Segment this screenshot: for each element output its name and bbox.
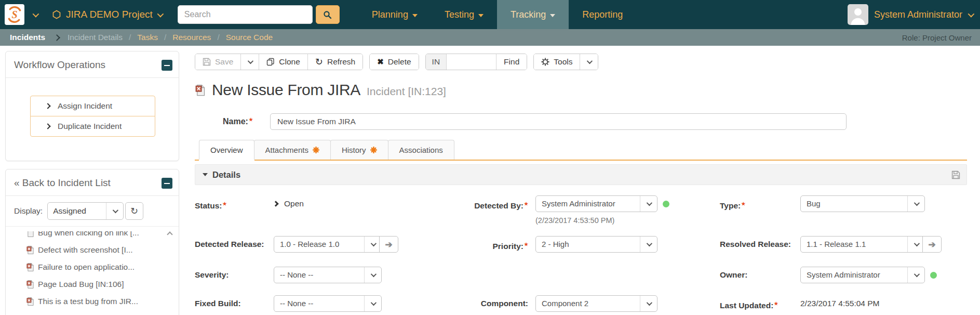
- tools-label: Tools: [554, 57, 572, 67]
- breadcrumb-separator: /: [217, 33, 219, 42]
- project-hexagon-icon: [52, 10, 61, 19]
- priority-select[interactable]: 2 - High: [535, 236, 657, 253]
- collapse-panel-button[interactable]: [162, 60, 172, 71]
- back-to-incident-list-link[interactable]: « Back to Incident List: [14, 177, 111, 188]
- list-item[interactable]: Defect with screenshot [I...: [6, 241, 179, 258]
- user-menu[interactable]: System Administrator: [848, 0, 973, 29]
- list-item[interactable]: Failure to open applicatio...: [6, 258, 179, 275]
- detected-by-select[interactable]: System Administrator: [535, 195, 657, 212]
- refresh-list-button[interactable]: ↻: [125, 202, 143, 220]
- tools-options-caret[interactable]: [580, 54, 598, 70]
- resolved-release-select[interactable]: 1.1 - Release 1.1: [800, 236, 925, 253]
- nav-item-reporting[interactable]: Reporting: [569, 0, 636, 29]
- incident-doc-x-icon: [26, 245, 34, 255]
- main-content: Save Clone ↻ Refresh ✖ Delete: [187, 46, 980, 315]
- details-section-header[interactable]: Details: [195, 164, 967, 185]
- save-section-button[interactable]: [951, 170, 960, 181]
- severity-select[interactable]: -- None --: [274, 267, 382, 283]
- scroll-up-icon[interactable]: [167, 231, 172, 237]
- dropdown-caret-icon: [550, 14, 555, 17]
- display-filter-select[interactable]: Assigned: [47, 202, 124, 220]
- has-content-star-icon: [370, 147, 377, 153]
- chevron-right-icon: [45, 103, 50, 109]
- chevron-down-icon: [364, 267, 381, 283]
- search-button[interactable]: [316, 5, 340, 24]
- refresh-button[interactable]: ↻ Refresh: [308, 54, 363, 70]
- incident-list-panel: « Back to Incident List Display: Assigne…: [5, 169, 179, 315]
- component-label: Component:: [445, 295, 535, 314]
- chevron-down-icon: [364, 296, 381, 311]
- incident-doc-icon: [26, 231, 34, 238]
- nav-item-testing[interactable]: Testing: [431, 0, 497, 29]
- incident-list-item-label: Defect with screenshot [I...: [38, 245, 133, 255]
- breadcrumb-link-source-code[interactable]: Source Code: [226, 33, 273, 42]
- save-options-caret[interactable]: [241, 54, 259, 70]
- breadcrumb-link-resources[interactable]: Resources: [172, 33, 211, 42]
- breadcrumb-link-tasks[interactable]: Tasks: [137, 33, 158, 42]
- tab-overview[interactable]: Overview: [199, 140, 254, 160]
- list-item[interactable]: Bug when clicking on link [...: [6, 231, 179, 241]
- detected-release-label: Detected Release:: [195, 236, 274, 255]
- go-to-release-button[interactable]: ➔: [922, 236, 942, 253]
- clone-button[interactable]: Clone: [259, 54, 308, 70]
- nav-label: Testing: [445, 9, 474, 20]
- delete-button[interactable]: ✖ Delete: [370, 54, 418, 70]
- chevron-down-icon: [640, 237, 657, 252]
- nav-item-tracking[interactable]: Tracking: [497, 0, 569, 29]
- workflow-operations-panel: Workflow Operations Assign Incident Dupl…: [5, 51, 179, 161]
- nav-label: Planning: [372, 9, 408, 20]
- list-item[interactable]: This is a test bug from JIR...: [6, 293, 179, 310]
- owner-select[interactable]: System Administrator: [800, 267, 925, 283]
- detected-release-select[interactable]: 1.0 - Release 1.0: [274, 236, 382, 253]
- name-label: Name:★: [195, 117, 253, 126]
- status-value[interactable]: Open: [274, 195, 304, 212]
- details-section-title: Details: [212, 170, 240, 180]
- breadcrumb-section: Incident Details: [68, 33, 123, 42]
- type-label: Type:★: [720, 195, 800, 214]
- save-button[interactable]: Save: [195, 54, 241, 70]
- search-icon: [323, 10, 332, 20]
- app-logo[interactable]: S: [5, 4, 24, 25]
- find-id-input[interactable]: [447, 54, 496, 70]
- tab-history[interactable]: History: [330, 140, 388, 160]
- display-filter-row: Display: Assigned ↻: [6, 196, 179, 227]
- save-icon: [951, 170, 960, 179]
- type-select[interactable]: Bug: [800, 195, 925, 212]
- workflow-panel-header: Workflow Operations: [6, 51, 179, 78]
- project-switcher[interactable]: JIRA DEMO Project: [52, 9, 162, 20]
- find-prefix: IN: [426, 54, 447, 70]
- go-to-release-button[interactable]: ➔: [379, 236, 398, 253]
- collapse-panel-button[interactable]: [162, 178, 172, 189]
- component-select[interactable]: Component 2: [535, 295, 657, 312]
- fixed-build-select[interactable]: -- None --: [274, 295, 382, 312]
- duplicate-incident-button[interactable]: Duplicate Incident: [30, 116, 155, 137]
- workflow-panel-title: Workflow Operations: [14, 59, 105, 70]
- list-scrollbar[interactable]: [166, 232, 173, 237]
- online-indicator: [663, 201, 669, 207]
- tools-button[interactable]: Tools: [534, 54, 580, 70]
- tab-label: History: [342, 146, 366, 154]
- incident-doc-x-icon: [195, 84, 206, 96]
- logo-menu-caret-icon[interactable]: [33, 10, 39, 17]
- nav-item-planning[interactable]: Planning: [358, 0, 431, 29]
- nav-label: Reporting: [582, 9, 623, 20]
- tab-attachments[interactable]: Attachments: [254, 140, 331, 160]
- tab-associations[interactable]: Associations: [388, 140, 454, 160]
- list-item[interactable]: Page Load Bug [IN:106]: [6, 275, 179, 293]
- incident-name-input[interactable]: [270, 113, 847, 130]
- workflow-operation-label: Duplicate Incident: [58, 122, 122, 131]
- nav-label: Tracking: [511, 9, 546, 20]
- refresh-icon: ↻: [130, 205, 138, 217]
- save-label: Save: [215, 57, 233, 67]
- last-updated-label: Last Updated:★: [720, 295, 800, 314]
- delete-icon: ✖: [377, 57, 384, 67]
- find-button[interactable]: Find: [496, 54, 527, 70]
- breadcrumb-current[interactable]: Incidents: [10, 33, 45, 42]
- global-search-input[interactable]: [178, 5, 313, 24]
- collapse-caret-icon: [203, 173, 208, 176]
- incident-toolbar: Save Clone ↻ Refresh ✖ Delete: [195, 54, 598, 70]
- incident-doc-x-icon: [26, 297, 34, 306]
- assign-incident-button[interactable]: Assign Incident: [30, 96, 155, 116]
- spira-logo-icon: S: [7, 6, 22, 23]
- breadcrumb-chevron-icon: [53, 34, 60, 41]
